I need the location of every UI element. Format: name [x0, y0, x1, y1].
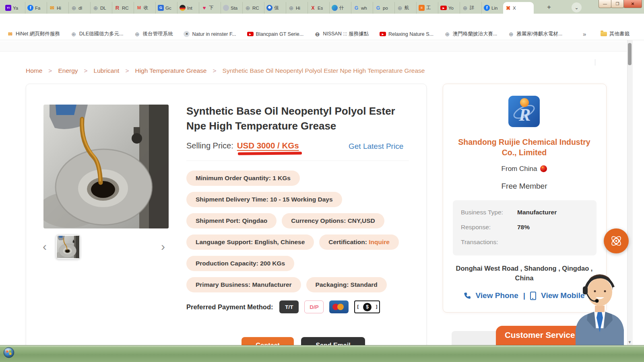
- attr-packaging: Packaging: Standard: [306, 277, 387, 292]
- tab-lin[interactable]: Lin: [481, 2, 503, 14]
- tab-teal[interactable]: 什: [329, 2, 351, 14]
- google-g-icon: [353, 5, 359, 11]
- windows-taskbar: [0, 345, 644, 362]
- bookmarks-overflow-chevron[interactable]: »: [583, 31, 586, 37]
- mail-icon: [7, 31, 13, 37]
- stat-business-type: Business Type: Manufacturer: [461, 209, 590, 216]
- attr-min-order: Minimum Order Quantity: 1 KGs: [186, 171, 300, 186]
- tt-payment-badge: T/T: [279, 300, 299, 313]
- phone-icon: [464, 292, 471, 299]
- breadcrumb-energy[interactable]: Energy: [58, 67, 78, 74]
- scrollbar-track[interactable]: [627, 40, 633, 345]
- floating-action-button[interactable]: [604, 228, 629, 253]
- stat-transactions: Transactions:: [461, 239, 590, 246]
- payment-methods-row: Preferred Payment Method: T/T D/P $: [186, 300, 380, 313]
- carousel-prev-chevron[interactable]: ‹: [43, 240, 47, 253]
- browser-toolbar: ← → ⟳ ⌂ exporthub.com/product/synthetic-…: [0, 14, 644, 28]
- bookmark-relaxing[interactable]: Relaxing Nature S...: [380, 31, 433, 37]
- tab-hinet-mail[interactable]: Hi: [47, 2, 68, 14]
- tab-gong[interactable]: 工: [416, 2, 438, 14]
- bookmark-yalija[interactable]: 雅麗家/傳麒水電材...: [508, 31, 562, 37]
- x-orange-icon: [505, 5, 511, 11]
- close-button[interactable]: ✕: [623, 0, 642, 8]
- scrollbar-thumb[interactable]: [628, 43, 632, 65]
- tab-hang[interactable]: 航: [394, 2, 416, 14]
- natur-icon: [184, 31, 190, 37]
- globe-icon: [288, 5, 294, 11]
- youtube-icon: [380, 32, 386, 36]
- globe-icon: [444, 31, 450, 37]
- product-attributes: Minimum Order Quantity: 1 KGs Shipment D…: [186, 171, 418, 292]
- seller-name[interactable]: Shandong Ruijie Chemical Industry Co., L…: [451, 137, 598, 158]
- tab-dl[interactable]: dl: [68, 2, 90, 14]
- tab-facebook[interactable]: Fa: [25, 2, 47, 14]
- bookmark-blancpain[interactable]: Blancpain GT Serie...: [247, 31, 304, 37]
- other-bookmarks-folder[interactable]: 其他書籤: [601, 31, 630, 37]
- breadcrumb-home[interactable]: Home: [26, 67, 42, 74]
- tab-search-wh[interactable]: wh: [351, 2, 373, 14]
- bookmarks-divider: [595, 59, 595, 66]
- cash-icon: $: [354, 300, 380, 313]
- globe-icon: [397, 5, 403, 11]
- orange-app-icon: [419, 5, 425, 11]
- bookmark-nissan[interactable]: NISSAN ::: 服務據點: [314, 31, 369, 37]
- attr-shipment-port: Shipment Port: Qingdao: [186, 213, 277, 228]
- product-thumbnail[interactable]: [56, 234, 80, 259]
- tab-hi[interactable]: Hi: [286, 2, 308, 14]
- view-phone-link[interactable]: View Phone: [475, 291, 518, 300]
- tab-int[interactable]: Int: [177, 2, 199, 14]
- tab-detail[interactable]: 詳: [460, 2, 481, 14]
- inquire-link[interactable]: Inquire: [369, 239, 390, 246]
- youtube-icon: [247, 32, 254, 36]
- globe-icon: [508, 31, 514, 37]
- tab-sta[interactable]: Sta: [221, 2, 242, 14]
- attr-production-capacity: Production Capacity: 200 KGs: [186, 256, 294, 271]
- breadcrumb-category[interactable]: High Temperature Grease: [135, 67, 206, 74]
- tab-rc[interactable]: RC: [112, 2, 134, 14]
- breadcrumb-lubricant[interactable]: Lubricant: [94, 67, 120, 74]
- tab-search-button[interactable]: ⌄: [572, 2, 582, 12]
- tab-rc2[interactable]: RC: [242, 2, 264, 14]
- google-g-icon: [375, 5, 381, 11]
- tab-dl2[interactable]: DL: [90, 2, 112, 14]
- gmail-icon: [136, 5, 142, 11]
- tab-search-po[interactable]: po: [373, 2, 394, 14]
- svg-text:R: R: [518, 105, 530, 125]
- attr-language-support: Language Support: English, Chinese: [186, 234, 314, 250]
- minimize-button[interactable]: —: [599, 0, 611, 8]
- breadcrumb-current: Synthetic Base Oil Neopentyl Polyol Este…: [223, 67, 425, 74]
- tab-yahoo[interactable]: Ya: [3, 2, 25, 14]
- tab-active-exporthub[interactable]: X: [503, 2, 534, 14]
- window-controls: — ❐ ✕: [599, 0, 642, 8]
- bookmark-admin[interactable]: 後台管理系統: [134, 31, 173, 37]
- globe-icon: [134, 31, 140, 37]
- tab-gmail[interactable]: 收: [134, 2, 155, 14]
- facebook-icon: [484, 5, 490, 11]
- seller-logo: R: [508, 96, 540, 127]
- bookmark-natur[interactable]: Natur in reinster F...: [184, 31, 236, 37]
- bookmark-dle[interactable]: DLE德國德力多元...: [71, 31, 124, 37]
- mail-icon: [49, 5, 55, 11]
- selling-price-label: Selling Price:: [186, 141, 233, 150]
- get-latest-price-link[interactable]: Get Latest Price: [349, 142, 403, 151]
- maximize-button[interactable]: ❐: [611, 0, 624, 8]
- bookmark-macau[interactable]: 澳門格蘭披治大賽...: [444, 31, 497, 37]
- tab-es[interactable]: Es: [308, 2, 329, 14]
- sticky-header-remnant: [0, 41, 627, 51]
- folder-icon: [601, 32, 607, 36]
- seller-origin: From China: [451, 165, 598, 173]
- carousel-next-chevron[interactable]: ›: [161, 240, 165, 253]
- new-tab-button[interactable]: +: [544, 2, 554, 12]
- tab-heart[interactable]: 下: [199, 2, 221, 14]
- bird-icon: [180, 5, 186, 11]
- globe-icon: [71, 31, 77, 37]
- youtube-icon: [440, 6, 447, 10]
- bookmark-hinet[interactable]: HiNet 網頁郵件服務: [7, 31, 60, 37]
- start-button[interactable]: [3, 347, 14, 358]
- tab-google-app[interactable]: Gc: [155, 2, 177, 14]
- tab-youtube[interactable]: Yo: [438, 2, 460, 14]
- china-flag-icon: [540, 165, 547, 172]
- tab-ball[interactable]: 值: [264, 2, 286, 14]
- mobile-icon: [530, 292, 536, 300]
- globe-icon: [71, 5, 77, 11]
